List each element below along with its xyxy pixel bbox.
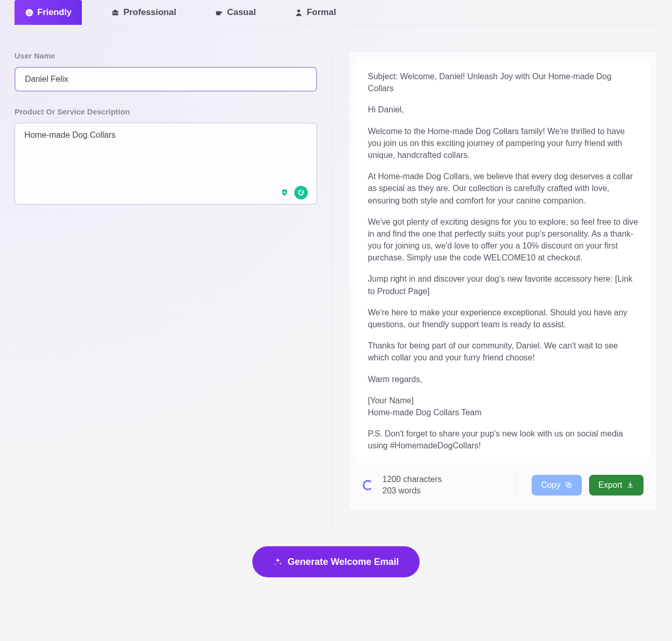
loading-spinner-icon (363, 480, 373, 490)
generate-button[interactable]: Generate Welcome Email (252, 546, 420, 577)
output-paragraph: Thanks for being part of our community, … (368, 340, 638, 363)
download-icon (626, 481, 634, 489)
tab-friendly[interactable]: Friendly (15, 0, 82, 25)
export-button[interactable]: Export (589, 475, 644, 496)
email-output: Subject: Welcome, Daniel! Unleash Joy wi… (356, 59, 650, 463)
output-paragraph: Subject: Welcome, Daniel! Unleash Joy wi… (368, 70, 638, 94)
copy-button[interactable]: Copy (532, 475, 581, 496)
svg-point-4 (297, 9, 301, 12)
svg-point-0 (25, 9, 33, 16)
input-panel: User Name Product Or Service Description (15, 51, 333, 528)
shield-plus-icon[interactable] (278, 186, 291, 199)
tab-casual[interactable]: Casual (205, 0, 265, 25)
output-paragraph: [Your Name]Home-made Dog Collars Team (368, 395, 638, 418)
tab-label: Friendly (37, 7, 72, 18)
product-description-textarea[interactable] (15, 123, 317, 205)
tab-professional[interactable]: Professional (102, 0, 185, 25)
output-stats: 1200 characters 203 words (363, 474, 442, 497)
tone-tabs: Friendly Professional Casual Formal (15, 0, 657, 25)
briefcase-icon (111, 8, 120, 17)
grammarly-icon[interactable] (294, 186, 308, 199)
svg-rect-3 (112, 12, 118, 13)
sparkle-icon (273, 557, 282, 566)
char-count: 1200 characters (382, 474, 442, 485)
copy-icon (565, 481, 573, 489)
product-description-label: Product Or Service Description (15, 107, 317, 116)
user-name-input[interactable] (15, 67, 317, 92)
output-paragraph: We've got plenty of exciting designs for… (368, 216, 638, 264)
svg-point-2 (30, 11, 31, 12)
output-paragraph: Welcome to the Home-made Dog Collars fam… (368, 125, 638, 162)
copy-label: Copy (541, 480, 560, 490)
tab-label: Casual (227, 7, 256, 18)
output-panel: Subject: Welcome, Daniel! Unleash Joy wi… (333, 51, 657, 528)
word-count: 203 words (382, 485, 442, 497)
user-name-label: User Name (15, 51, 317, 60)
smile-icon (25, 8, 34, 17)
svg-point-7 (275, 564, 276, 565)
export-label: Export (598, 480, 622, 490)
tab-label: Professional (123, 7, 176, 18)
textarea-extensions (278, 186, 308, 199)
output-paragraph: Hi Daniel, (368, 104, 638, 115)
svg-point-1 (28, 11, 29, 12)
tab-formal[interactable]: Formal (285, 0, 346, 25)
output-paragraph: P.S. Don't forget to share your pup's ne… (368, 428, 638, 451)
output-paragraph: Jump right in and discover your dog's ne… (368, 273, 638, 297)
coffee-icon (215, 8, 223, 17)
output-paragraph: We're here to make your experience excep… (368, 307, 638, 330)
generate-label: Generate Welcome Email (288, 557, 399, 567)
user-tie-icon (294, 8, 303, 17)
output-paragraph: At Home-made Dog Collars, we believe tha… (368, 170, 638, 207)
output-paragraph: Warm regards, (368, 373, 638, 385)
tab-label: Formal (307, 7, 336, 18)
